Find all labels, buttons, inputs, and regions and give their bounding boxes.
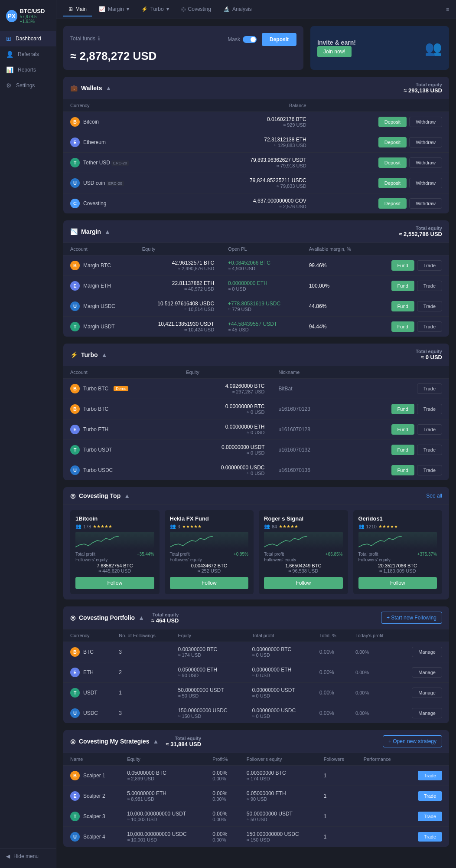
turbo-equity-cell: 4.09260000 BTC ≈ 237,287 USD [179, 379, 271, 399]
withdraw-button[interactable]: Withdraw [409, 198, 442, 209]
trade-button[interactable]: Trade [417, 424, 442, 435]
deposit-button[interactable]: Deposit [378, 157, 407, 168]
fund-button[interactable]: Fund [391, 404, 414, 414]
deposit-button[interactable]: Deposit [378, 198, 407, 209]
margin-account-cell: T Margin USDT [63, 317, 135, 337]
fe-main: 150.000000000 USDC [247, 831, 310, 837]
fe-main: 0.00434672 BTC [170, 563, 249, 568]
table-row: B Scalper 1 0.05000000 BTC ≈ 2,899 USD 0… [63, 766, 449, 786]
mask-switch[interactable] [243, 36, 257, 43]
fund-button[interactable]: Fund [391, 281, 414, 291]
erc20-tag: ERC-20 [111, 160, 129, 166]
manage-button[interactable]: Manage [412, 667, 442, 678]
fund-button[interactable]: Fund [391, 465, 414, 475]
sidebar-item-dashboard[interactable]: ⊞ Dashboard [0, 31, 56, 46]
more-menu-button[interactable]: ≡ [446, 7, 449, 13]
pl-main: 0.00000000 ETH [228, 280, 295, 286]
equity-sub: ≈ 50 USD [178, 693, 238, 698]
strategy-name: Scalper 1 [83, 773, 105, 779]
balance-sub: ≈ 929 USD [197, 122, 306, 128]
follow-button[interactable]: Follow [264, 577, 343, 589]
pl-sub: ≈ 779 USD [228, 307, 295, 312]
manage-button[interactable]: Manage [412, 688, 442, 698]
turbo-collapse-icon[interactable]: ▲ [101, 351, 107, 358]
tab-analysis[interactable]: 🔬 Analysis [218, 3, 257, 16]
trade-button[interactable]: Trade [417, 383, 442, 394]
trade-button[interactable]: Trade [417, 445, 442, 455]
fund-button[interactable]: Fund [391, 301, 414, 311]
balance-sub: ≈ 2,576 USD [197, 204, 306, 209]
covesting-top-title: ◎ Covesting Top ▲ [70, 492, 130, 499]
open-strategy-button[interactable]: + Open new strategy [383, 735, 442, 747]
tab-main[interactable]: ⊞ Main [63, 3, 92, 16]
trade-strategy-button[interactable]: Trade [418, 771, 442, 780]
strategies-collapse-icon[interactable]: ▲ [153, 738, 159, 745]
fe-label: Followers' equity [170, 557, 202, 562]
logo-pair: BTC/USD [20, 8, 50, 14]
trade-strategy-button[interactable]: Trade [418, 812, 442, 821]
sidebar-item-settings[interactable]: ⚙ Settings [0, 78, 56, 93]
join-now-button[interactable]: Join now! [317, 46, 352, 57]
invite-graphic-icon: 👥 [425, 40, 442, 56]
fe-sub: ≈ 50 USD [247, 817, 310, 822]
portfolio-title: ◎ Covesting Portfolio ▲ [70, 614, 144, 621]
equity-main: 10,421.13851930 USDT [142, 321, 214, 327]
portfolio-collapse-icon[interactable]: ▲ [138, 614, 144, 621]
tab-covesting[interactable]: ◎ Covesting [176, 3, 216, 16]
covestor-chart [170, 532, 249, 549]
turbo-actions-cell: Fund Trade [345, 419, 449, 440]
tab-margin[interactable]: 📈 Margin ▾ [94, 3, 134, 16]
portfolio-totalpct-cell: 0.00% [313, 662, 349, 683]
fund-button[interactable]: Fund [391, 321, 414, 332]
trade-button[interactable]: Trade [417, 321, 442, 332]
withdraw-button[interactable]: Withdraw [409, 157, 442, 168]
trade-button[interactable]: Trade [417, 465, 442, 475]
margin-collapse-icon[interactable]: ▲ [104, 228, 111, 235]
withdraw-button[interactable]: Withdraw [409, 178, 442, 188]
deposit-button[interactable]: Deposit [378, 178, 407, 188]
portfolio-currency-cell: E ETH [63, 662, 112, 683]
trade-button[interactable]: Trade [417, 260, 442, 271]
follow-button[interactable]: Follow [75, 577, 154, 589]
covestor-card: Hekla FX Fund 👥 3 ★★★★★ Total profit +0.… [165, 510, 254, 594]
main-deposit-button[interactable]: Deposit [262, 33, 296, 46]
main-content: ⊞ Main 📈 Margin ▾ ⚡ Turbo ▾ ◎ Covesting … [56, 0, 456, 868]
trade-strategy-button[interactable]: Trade [418, 791, 442, 801]
withdraw-button[interactable]: Withdraw [409, 137, 442, 147]
turbo-equity-label: Total equity [416, 349, 442, 354]
deposit-button[interactable]: Deposit [378, 117, 407, 127]
start-following-button[interactable]: + Start new Following [381, 612, 442, 624]
turbo-section: ⚡ Turbo ▲ Total equity ≈ 0 USD Account E… [63, 344, 449, 480]
fund-button[interactable]: Fund [391, 445, 414, 455]
chevron-down-icon: ▾ [127, 6, 129, 12]
hide-menu-button[interactable]: ◀ Hide menu [6, 853, 50, 859]
follow-button[interactable]: Follow [358, 577, 437, 589]
withdraw-button[interactable]: Withdraw [409, 117, 442, 127]
currency-icon: T [70, 158, 80, 167]
col-performance: Performance [357, 753, 405, 766]
trade-button[interactable]: Trade [417, 301, 442, 311]
manage-button[interactable]: Manage [412, 647, 442, 657]
sidebar-item-referrals[interactable]: 👤 Referrals [0, 46, 56, 62]
tab-turbo[interactable]: ⚡ Turbo ▾ [136, 3, 174, 16]
portfolio-today-cell: 0.00% [349, 642, 397, 662]
portfolio-equity-cell: 0.05000000 ETH ≈ 90 USD [171, 662, 245, 683]
covesting-top-collapse-icon[interactable]: ▲ [124, 492, 130, 499]
margin-avail-cell: 44.86% [302, 296, 370, 317]
sidebar-item-reports[interactable]: 📊 Reports [0, 62, 56, 78]
manage-button[interactable]: Manage [412, 708, 442, 718]
trade-button[interactable]: Trade [417, 281, 442, 291]
fund-button[interactable]: Fund [391, 260, 414, 271]
turbo-table-header: Account Equity Nickname [63, 366, 449, 379]
currency-icon: C [70, 199, 80, 208]
follow-button[interactable]: Follow [170, 577, 249, 589]
deposit-button[interactable]: Deposit [378, 137, 407, 147]
strategies-equity-label: Total equity [166, 736, 201, 741]
fund-button[interactable]: Fund [391, 424, 414, 435]
stars: ★★★★★ [182, 524, 202, 529]
wallets-collapse-icon[interactable]: ▲ [106, 85, 112, 92]
portfolio-followings-cell: 1 [112, 683, 171, 703]
see-all-link[interactable]: See all [426, 493, 442, 499]
trade-strategy-button[interactable]: Trade [418, 832, 442, 842]
trade-button[interactable]: Trade [417, 404, 442, 414]
